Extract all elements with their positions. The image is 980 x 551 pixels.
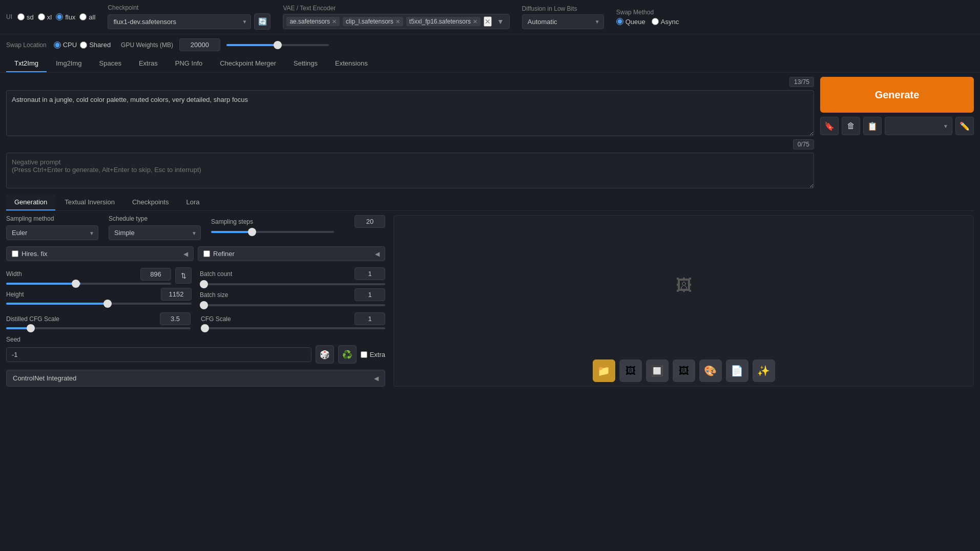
width-group: Width — [6, 268, 171, 285]
sampling-steps-input[interactable] — [355, 215, 385, 228]
hires-fix-checkbox[interactable] — [12, 250, 18, 257]
positive-prompt[interactable]: Astronaut in a jungle, cold color palett… — [6, 90, 814, 136]
copy-btn[interactable]: 📋 — [863, 117, 882, 135]
subtab-generation[interactable]: Generation — [6, 195, 55, 210]
action-row: 🔖 🗑 📋 ✏️ — [820, 117, 974, 135]
checkpoint-label: Checkpoint — [108, 4, 270, 11]
gpu-weights-input[interactable] — [179, 38, 220, 51]
tab-pnginfo[interactable]: PNG Info — [167, 55, 211, 72]
vae-tag-input: ae.safetensors ✕ clip_l.safetensors ✕ t5… — [283, 14, 509, 29]
seed-row: 🎲 ♻️ Extra — [6, 345, 385, 364]
negative-prompt[interactable] — [6, 153, 814, 188]
distilled-cfg-slider[interactable] — [6, 327, 191, 329]
height-input[interactable] — [161, 288, 192, 301]
batch-count-input[interactable] — [355, 267, 385, 280]
tab-spaces[interactable]: Spaces — [91, 55, 130, 72]
seed-label: Seed — [6, 336, 20, 343]
swap-async-option[interactable]: Async — [652, 18, 679, 26]
tab-extras[interactable]: Extras — [131, 55, 166, 72]
tab-checkpoint-merger[interactable]: Checkpoint Merger — [212, 55, 284, 72]
schedule-type-label: Schedule type — [109, 215, 201, 222]
ui-option-flux[interactable]: flux — [56, 13, 75, 21]
sampling-steps-label: Sampling steps — [211, 218, 253, 225]
vae-clear-all[interactable]: ✕ — [484, 16, 492, 27]
distilled-cfg-group: Distilled CFG Scale — [6, 312, 191, 329]
image-placeholder: 🖼 — [612, 235, 756, 337]
style-select[interactable] — [885, 117, 952, 135]
swap-cpu-option[interactable]: CPU — [54, 41, 77, 49]
top-bar: UI sd xl flux all Checkpoint — [0, 0, 980, 34]
vae-dropdown-btn[interactable]: ▼ — [495, 17, 506, 26]
ui-option-sd[interactable]: sd — [17, 13, 34, 21]
hires-fix-collapse[interactable]: ◀ — [183, 250, 188, 258]
tab-img2img[interactable]: Img2Img — [48, 55, 90, 72]
tab-txt2img[interactable]: Txt2Img — [6, 55, 47, 72]
cfg-scale-input[interactable] — [355, 312, 385, 325]
extra-checkbox[interactable] — [361, 351, 367, 358]
height-label: Height — [6, 291, 24, 298]
controlnet-collapse-btn[interactable]: ◀ — [374, 375, 379, 382]
prompt-left: 13/75 Astronaut in a jungle, cold color … — [6, 77, 814, 188]
image-placeholder-icon: 🖼 — [676, 276, 692, 295]
tab-settings[interactable]: Settings — [285, 55, 326, 72]
seed-recycle-btn[interactable]: ♻️ — [338, 345, 357, 364]
vae-tag-t5-close[interactable]: ✕ — [473, 18, 477, 25]
tab-extensions[interactable]: Extensions — [327, 55, 376, 72]
sampling-method-wrapper: Euler Euler a DPM++ 2M — [6, 225, 98, 240]
sampling-method-select[interactable]: Euler Euler a DPM++ 2M — [6, 225, 98, 240]
controlnet-bar[interactable]: ControlNet Integrated ◀ — [6, 370, 385, 387]
batch-count-slider[interactable] — [200, 283, 385, 285]
extra-checkbox-label[interactable]: Extra — [361, 351, 385, 358]
batch-size-slider[interactable] — [200, 304, 385, 306]
edit-style-btn[interactable]: ✏️ — [955, 117, 974, 135]
ui-option-all[interactable]: all — [79, 13, 95, 21]
vae-tag-clip-close[interactable]: ✕ — [395, 18, 400, 25]
bottom-icon-img1[interactable]: 🖼 — [619, 359, 642, 382]
swap-method-radio-group: Queue Async — [616, 18, 679, 26]
seed-input[interactable] — [6, 347, 311, 362]
bottom-icon-grid[interactable]: 🔲 — [646, 359, 669, 382]
width-input[interactable] — [140, 268, 171, 281]
swap-queue-option[interactable]: Queue — [616, 18, 645, 26]
bottom-icon-palette[interactable]: 🎨 — [699, 359, 722, 382]
batch-size-input[interactable] — [355, 288, 385, 301]
gen-left: Sampling method Euler Euler a DPM++ 2M S… — [6, 215, 385, 387]
diffusion-select[interactable]: Automatic — [522, 14, 604, 29]
height-slider[interactable] — [6, 303, 192, 305]
ui-option-xl[interactable]: xl — [38, 13, 52, 21]
swap-shared-option[interactable]: Shared — [80, 41, 111, 49]
vae-tag-ae-close[interactable]: ✕ — [332, 18, 337, 25]
cfg-scale-slider[interactable] — [201, 327, 385, 329]
diffusion-section: Diffusion in Low Bits Automatic — [522, 5, 604, 29]
swap-dims-btn[interactable]: ⇅ — [175, 267, 192, 284]
refiner-checkbox[interactable] — [203, 250, 210, 257]
subtab-checkpoints[interactable]: Checkpoints — [124, 195, 177, 210]
sampling-steps-slider[interactable] — [211, 231, 334, 233]
vae-label: VAE / Text Encoder — [283, 5, 509, 12]
checkpoint-select[interactable]: flux1-dev.safetensors — [108, 14, 251, 29]
generation-settings: Sampling method Euler Euler a DPM++ 2M S… — [6, 215, 974, 387]
controlnet-label: ControlNet Integrated — [13, 374, 374, 382]
gpu-weights-slider[interactable] — [226, 44, 329, 46]
subtab-lora[interactable]: Lora — [178, 195, 207, 210]
trash-btn[interactable]: 🗑 — [842, 117, 860, 135]
schedule-type-group: Schedule type Simple Karras — [109, 215, 201, 240]
checkpoint-refresh-btn[interactable]: 🔄 — [254, 13, 270, 30]
main-tabs: Txt2Img Img2Img Spaces Extras PNG Info C… — [0, 55, 980, 73]
bottom-icon-doc[interactable]: 📄 — [726, 359, 748, 382]
bottom-icon-folder[interactable]: 📁 — [593, 359, 615, 382]
width-row: Width ⇅ — [6, 267, 192, 285]
distilled-cfg-input[interactable] — [160, 312, 191, 325]
distilled-cfg-label: Distilled CFG Scale — [6, 315, 59, 323]
width-slider[interactable] — [6, 283, 171, 285]
bottom-icon-img2[interactable]: 🖼 — [673, 359, 695, 382]
seed-dice-btn[interactable]: 🎲 — [316, 345, 334, 364]
ui-radio-group: sd xl flux all — [17, 13, 95, 21]
vae-tag-ae: ae.safetensors ✕ — [286, 17, 340, 26]
bookmark-btn[interactable]: 🔖 — [820, 117, 839, 135]
refiner-collapse[interactable]: ◀ — [375, 250, 380, 258]
bottom-icon-sparkle[interactable]: ✨ — [753, 359, 775, 382]
generate-button[interactable]: Generate — [820, 77, 974, 113]
schedule-type-select[interactable]: Simple Karras — [109, 225, 201, 240]
subtab-textual-inversion[interactable]: Textual Inversion — [56, 195, 123, 210]
